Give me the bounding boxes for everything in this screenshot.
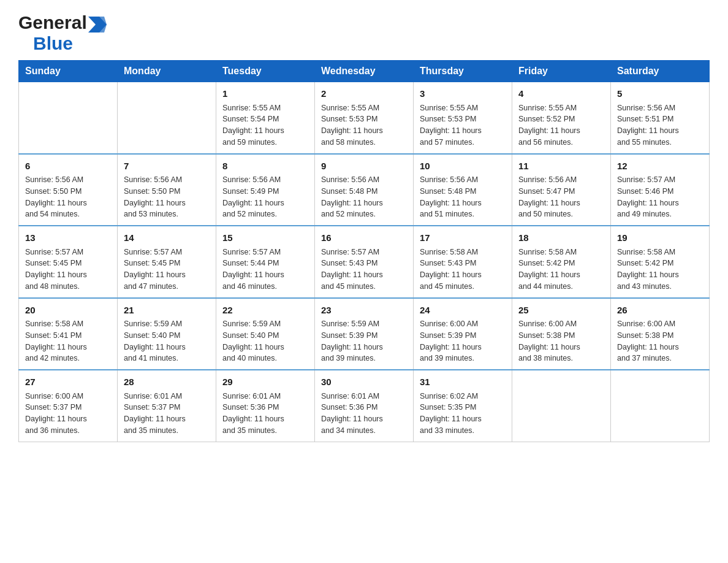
week-row-1: 1Sunrise: 5:55 AMSunset: 5:54 PMDaylight… [19, 82, 710, 154]
calendar-cell: 26Sunrise: 6:00 AMSunset: 5:38 PMDayligh… [611, 298, 710, 370]
day-number: 6 [25, 159, 111, 174]
calendar-cell: 18Sunrise: 5:58 AMSunset: 5:42 PMDayligh… [512, 226, 611, 298]
day-number: 24 [420, 304, 506, 318]
day-info: Sunrise: 5:58 AMSunset: 5:43 PMDaylight:… [420, 247, 506, 293]
day-number: 23 [321, 304, 407, 318]
day-info: Sunrise: 5:55 AMSunset: 5:53 PMDaylight:… [321, 102, 407, 148]
weekday-header-monday: Monday [118, 61, 216, 82]
page-header: General Blue [18, 12, 710, 54]
day-info: Sunrise: 5:56 AMSunset: 5:47 PMDaylight:… [518, 174, 604, 220]
calendar-cell: 9Sunrise: 5:56 AMSunset: 5:48 PMDaylight… [315, 154, 414, 226]
day-info: Sunrise: 6:01 AMSunset: 5:37 PMDaylight:… [124, 391, 210, 437]
weekday-header-friday: Friday [512, 61, 611, 82]
calendar-cell: 31Sunrise: 6:02 AMSunset: 5:35 PMDayligh… [414, 370, 512, 442]
day-info: Sunrise: 5:57 AMSunset: 5:45 PMDaylight:… [124, 247, 210, 293]
day-info: Sunrise: 6:02 AMSunset: 5:35 PMDaylight:… [420, 391, 506, 437]
day-number: 8 [222, 159, 308, 174]
logo-chevron-icon [88, 17, 107, 33]
logo-general-text: General [18, 12, 87, 33]
logo: General Blue [18, 12, 107, 54]
day-info: Sunrise: 5:56 AMSunset: 5:50 PMDaylight:… [25, 174, 111, 220]
day-number: 28 [124, 375, 210, 389]
week-row-5: 27Sunrise: 6:00 AMSunset: 5:37 PMDayligh… [19, 370, 710, 442]
calendar-cell: 24Sunrise: 6:00 AMSunset: 5:39 PMDayligh… [414, 298, 512, 370]
day-number: 13 [25, 231, 111, 245]
day-number: 9 [321, 159, 407, 174]
weekday-header-sunday: Sunday [19, 61, 118, 82]
calendar-cell: 10Sunrise: 5:56 AMSunset: 5:48 PMDayligh… [414, 154, 512, 226]
day-info: Sunrise: 5:56 AMSunset: 5:50 PMDaylight:… [124, 174, 210, 220]
day-number: 10 [420, 159, 506, 174]
calendar-cell: 21Sunrise: 5:59 AMSunset: 5:40 PMDayligh… [118, 298, 216, 370]
day-number: 4 [518, 87, 604, 101]
day-info: Sunrise: 6:01 AMSunset: 5:36 PMDaylight:… [222, 391, 308, 437]
day-info: Sunrise: 5:56 AMSunset: 5:48 PMDaylight:… [420, 174, 506, 220]
week-row-3: 13Sunrise: 5:57 AMSunset: 5:45 PMDayligh… [19, 226, 710, 298]
day-number: 12 [617, 159, 703, 174]
weekday-header-row: SundayMondayTuesdayWednesdayThursdayFrid… [19, 61, 710, 82]
day-info: Sunrise: 5:56 AMSunset: 5:48 PMDaylight:… [321, 174, 407, 220]
day-number: 31 [420, 375, 506, 389]
calendar-header: SundayMondayTuesdayWednesdayThursdayFrid… [19, 61, 710, 82]
day-number: 20 [25, 304, 111, 318]
day-number: 21 [124, 304, 210, 318]
calendar-cell: 25Sunrise: 6:00 AMSunset: 5:38 PMDayligh… [512, 298, 611, 370]
day-info: Sunrise: 5:58 AMSunset: 5:42 PMDaylight:… [518, 247, 604, 293]
calendar-cell: 7Sunrise: 5:56 AMSunset: 5:50 PMDaylight… [118, 154, 216, 226]
weekday-header-tuesday: Tuesday [216, 61, 315, 82]
calendar-cell: 2Sunrise: 5:55 AMSunset: 5:53 PMDaylight… [315, 82, 414, 154]
calendar-cell: 12Sunrise: 5:57 AMSunset: 5:46 PMDayligh… [611, 154, 710, 226]
day-number: 30 [321, 375, 407, 389]
day-info: Sunrise: 5:59 AMSunset: 5:40 PMDaylight:… [222, 318, 308, 364]
day-number: 7 [124, 159, 210, 174]
day-number: 3 [420, 87, 506, 101]
calendar-cell: 8Sunrise: 5:56 AMSunset: 5:49 PMDaylight… [216, 154, 315, 226]
calendar-cell: 29Sunrise: 6:01 AMSunset: 5:36 PMDayligh… [216, 370, 315, 442]
day-number: 18 [518, 231, 604, 245]
calendar-cell: 5Sunrise: 5:56 AMSunset: 5:51 PMDaylight… [611, 82, 710, 154]
week-row-2: 6Sunrise: 5:56 AMSunset: 5:50 PMDaylight… [19, 154, 710, 226]
day-info: Sunrise: 5:58 AMSunset: 5:42 PMDaylight:… [617, 247, 703, 293]
calendar-cell: 28Sunrise: 6:01 AMSunset: 5:37 PMDayligh… [118, 370, 216, 442]
day-info: Sunrise: 5:55 AMSunset: 5:54 PMDaylight:… [222, 102, 308, 148]
calendar-cell: 16Sunrise: 5:57 AMSunset: 5:43 PMDayligh… [315, 226, 414, 298]
day-number: 22 [222, 304, 308, 318]
day-info: Sunrise: 5:57 AMSunset: 5:43 PMDaylight:… [321, 247, 407, 293]
day-number: 5 [617, 87, 703, 101]
calendar-cell: 14Sunrise: 5:57 AMSunset: 5:45 PMDayligh… [118, 226, 216, 298]
day-info: Sunrise: 5:57 AMSunset: 5:44 PMDaylight:… [222, 247, 308, 293]
calendar-cell [512, 370, 611, 442]
day-number: 17 [420, 231, 506, 245]
calendar-cell: 27Sunrise: 6:00 AMSunset: 5:37 PMDayligh… [19, 370, 118, 442]
day-number: 27 [25, 375, 111, 389]
day-info: Sunrise: 5:56 AMSunset: 5:49 PMDaylight:… [222, 174, 308, 220]
calendar-cell [118, 82, 216, 154]
day-info: Sunrise: 5:57 AMSunset: 5:46 PMDaylight:… [617, 174, 703, 220]
day-number: 19 [617, 231, 703, 245]
day-number: 16 [321, 231, 407, 245]
calendar-cell: 15Sunrise: 5:57 AMSunset: 5:44 PMDayligh… [216, 226, 315, 298]
day-number: 14 [124, 231, 210, 245]
day-number: 29 [222, 375, 308, 389]
logo-blue-text: Blue [33, 33, 73, 54]
calendar-cell: 4Sunrise: 5:55 AMSunset: 5:52 PMDaylight… [512, 82, 611, 154]
weekday-header-wednesday: Wednesday [315, 61, 414, 82]
day-info: Sunrise: 6:01 AMSunset: 5:36 PMDaylight:… [321, 391, 407, 437]
day-info: Sunrise: 5:59 AMSunset: 5:39 PMDaylight:… [321, 318, 407, 364]
calendar-cell: 17Sunrise: 5:58 AMSunset: 5:43 PMDayligh… [414, 226, 512, 298]
calendar-cell: 30Sunrise: 6:01 AMSunset: 5:36 PMDayligh… [315, 370, 414, 442]
calendar-cell [611, 370, 710, 442]
day-info: Sunrise: 6:00 AMSunset: 5:39 PMDaylight:… [420, 318, 506, 364]
day-number: 11 [518, 159, 604, 174]
day-number: 1 [222, 87, 308, 101]
calendar-cell: 3Sunrise: 5:55 AMSunset: 5:53 PMDaylight… [414, 82, 512, 154]
calendar-cell: 19Sunrise: 5:58 AMSunset: 5:42 PMDayligh… [611, 226, 710, 298]
weekday-header-saturday: Saturday [611, 61, 710, 82]
calendar-cell: 13Sunrise: 5:57 AMSunset: 5:45 PMDayligh… [19, 226, 118, 298]
day-info: Sunrise: 5:56 AMSunset: 5:51 PMDaylight:… [617, 102, 703, 148]
calendar-cell [19, 82, 118, 154]
day-info: Sunrise: 5:57 AMSunset: 5:45 PMDaylight:… [25, 247, 111, 293]
day-info: Sunrise: 6:00 AMSunset: 5:38 PMDaylight:… [617, 318, 703, 364]
calendar-cell: 20Sunrise: 5:58 AMSunset: 5:41 PMDayligh… [19, 298, 118, 370]
calendar-cell: 11Sunrise: 5:56 AMSunset: 5:47 PMDayligh… [512, 154, 611, 226]
